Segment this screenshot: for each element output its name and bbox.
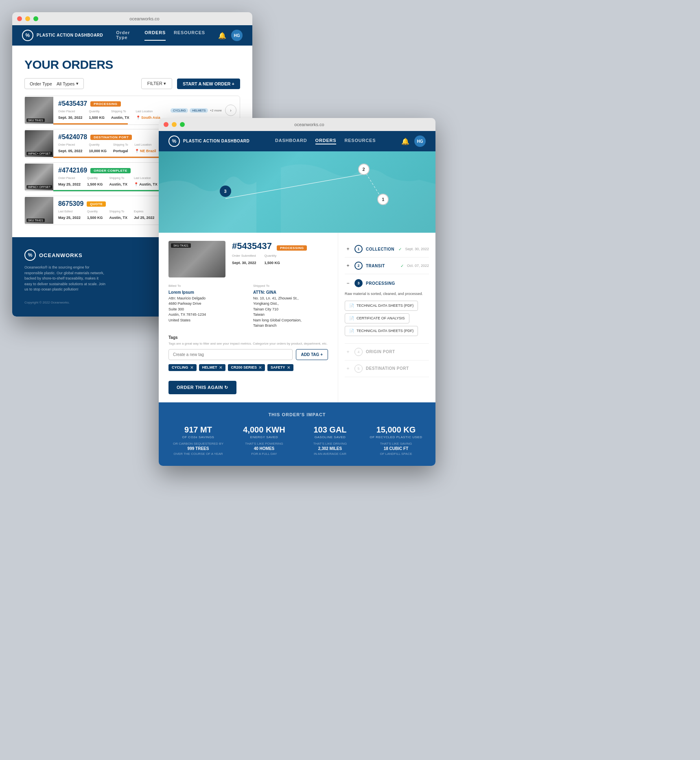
step-number-3: 3 — [354, 279, 363, 287]
nav-links-2: DASHBOARD ORDERS RESOURCES — [262, 138, 388, 144]
logo-icon-2: % — [168, 135, 180, 147]
tracking-step-collection[interactable]: + 1 COLLECTION ✓ Sept. 30, 2022 — [345, 241, 429, 258]
tag-input-row: ADD TAG + — [168, 349, 328, 360]
filter-button[interactable]: FILTER ▾ — [141, 78, 172, 89]
document-icon: 📄 — [349, 329, 354, 333]
collapse-icon[interactable]: − — [345, 280, 351, 286]
map-node-3: 3 — [220, 186, 231, 197]
plastic-unit: OF RECYCLED PLASTIC USED — [366, 435, 426, 439]
nav-orders[interactable]: ORDERS — [144, 30, 166, 41]
detail-sku-label: SKU TK421 — [171, 243, 191, 248]
impact-title: THIS ORDER'S IMPACT — [168, 412, 426, 417]
step-number-5: 5 — [354, 365, 363, 373]
chevron-down-icon: ▾ — [76, 81, 79, 86]
document-icon: 📄 — [349, 304, 354, 308]
minimize-button[interactable] — [172, 122, 177, 127]
sku-label: SKU TK421 — [26, 118, 45, 122]
tracking-expanded-header: − 3 PROCESSING — [345, 279, 429, 287]
order-type-select[interactable]: Order Type All Types ▾ — [24, 78, 84, 89]
impact-energy: 4,000 KWH ENERGY SAVED THAT'S LIKE POWER… — [234, 425, 294, 456]
logo-2: % PLASTIC ACTION DASHBOARD — [168, 135, 249, 147]
logo-text: PLASTIC ACTION DASHBOARD — [37, 33, 103, 38]
tag-chip: HELMETS — [190, 108, 208, 113]
tracking-step-origin-port[interactable]: + 4 ORIGIN PORT — [345, 344, 429, 360]
co2-sub: OR CARBON SEQUESTERED BY 999 TREES OVER … — [168, 441, 228, 456]
remove-tag-icon[interactable]: ✕ — [190, 365, 193, 370]
tag-chip-safety[interactable]: SAFETY ✕ — [267, 364, 293, 371]
remove-tag-icon[interactable]: ✕ — [258, 365, 262, 370]
add-tag-button[interactable]: ADD TAG + — [296, 349, 328, 360]
more-tags: +2 more — [210, 109, 222, 112]
nav-dashboard-2[interactable]: DASHBOARD — [275, 138, 307, 144]
notification-bell-icon-2[interactable]: 🔔 — [401, 138, 409, 145]
nav-resources-2[interactable]: RESOURCES — [344, 138, 376, 144]
energy-unit: ENERGY SAVED — [234, 435, 294, 439]
window1-titlebar: oceanworks.co — [12, 12, 252, 25]
document-icon: 📄 — [349, 316, 354, 321]
order-shipping: Shipping To Austin, TX — [109, 210, 128, 221]
notification-bell-icon[interactable]: 🔔 — [218, 32, 226, 39]
expand-icon: + — [345, 246, 351, 252]
technical-data-sheet-button-2[interactable]: 📄 TECHNICAL DATA SHEETS (PDF) — [345, 326, 418, 336]
status-badge: QUOTE — [87, 201, 106, 207]
tag-chip-cr200[interactable]: CR200 SERIES ✕ — [228, 364, 265, 371]
remove-tag-icon[interactable]: ✕ — [287, 365, 290, 370]
start-new-order-button[interactable]: START A NEW ORDER + — [177, 79, 240, 89]
certificate-of-analysis-button[interactable]: 📄 CERTIFICATE OF ANALYSIS — [345, 313, 409, 323]
nav-resources[interactable]: RESOURCES — [174, 30, 205, 41]
order-id: #4742169 — [58, 167, 87, 174]
tag-input[interactable] — [168, 349, 293, 360]
tracking-step-transit[interactable]: + 2 TRANSIT ✓ Oct. 07, 2022 — [345, 258, 429, 274]
energy-value: 4,000 KWH — [234, 425, 294, 435]
map-node-2: 2 — [358, 164, 370, 175]
maximize-button[interactable] — [180, 122, 185, 127]
tags-chips-row: CYCLING ✕ HELMET ✕ CR200 SERIES ✕ SAFETY… — [168, 364, 328, 371]
check-icon: ✓ — [400, 264, 404, 268]
nav-dashboard[interactable]: Order Type — [116, 30, 136, 41]
expand-icon: + — [345, 365, 351, 372]
order-id: #5435437 — [58, 100, 87, 107]
detail-meta: Order Submitted Sept. 30, 2022 Quantity … — [232, 254, 328, 266]
step-number-4: 4 — [354, 348, 363, 356]
order-again-button[interactable]: ORDER THIS AGAIN ↻ — [168, 381, 236, 394]
order-thumbnail: IMPAC+ OFFSET — [25, 130, 53, 157]
impact-grid: 917 MT OF CO2e SAVINGS OR CARBON SEQUEST… — [168, 425, 426, 456]
user-avatar[interactable]: HG — [231, 30, 243, 41]
tag-chip-cycling[interactable]: CYCLING ✕ — [168, 364, 197, 371]
navbar-2: % PLASTIC ACTION DASHBOARD DASHBOARD ORD… — [159, 131, 435, 151]
step-name-processing: PROCESSING — [366, 281, 429, 286]
map-node-1: 1 — [377, 194, 389, 205]
tracking-step-destination-port[interactable]: + 5 DESTINATION PORT — [345, 360, 429, 377]
close-button[interactable] — [164, 122, 168, 127]
billing-shipping-section: Billed To Lorem Ipsum Attn: Mauricio Del… — [168, 284, 328, 329]
close-button[interactable] — [17, 16, 22, 21]
step-name-destination-port: DESTINATION PORT — [366, 366, 409, 371]
expand-icon: + — [345, 349, 351, 355]
remove-tag-icon[interactable]: ✕ — [219, 365, 222, 370]
order-location: Last Location 📍 Austin, TX — [134, 177, 158, 187]
logo-text-2: PLASTIC ACTION DASHBOARD — [183, 139, 249, 144]
maximize-button[interactable] — [33, 16, 38, 21]
nav-links: Order Type ORDERS RESOURCES — [116, 30, 205, 41]
user-avatar-2[interactable]: HG — [414, 135, 426, 147]
technical-data-sheet-button-1[interactable]: 📄 TECHNICAL DATA SHEETS (PDF) — [345, 301, 418, 311]
step-number-2: 2 — [354, 262, 363, 270]
order-detail-header: SKU TK421 #5435437 PROCESSING Order Subm… — [168, 241, 328, 277]
billing-address: Billed To Lorem Ipsum Attn: Mauricio Del… — [168, 284, 243, 329]
order-shipping: Shipping To Austin, TX — [111, 110, 129, 120]
logo: % PLASTIC ACTION DASHBOARD — [22, 30, 103, 41]
co2-value: 917 MT — [168, 425, 228, 435]
order-expires: Expires Jul 25, 2022 — [134, 210, 155, 221]
minimize-button[interactable] — [25, 16, 30, 21]
nav-orders-2[interactable]: ORDERS — [315, 138, 337, 144]
detail-order-id: #5435437 PROCESSING — [232, 241, 328, 251]
detail-quantity: Quantity 1,500 KG — [265, 254, 280, 266]
tag-chip-helmet[interactable]: HELMET ✕ — [199, 364, 225, 371]
order-quantity: Quantity 1,500 KG — [87, 177, 103, 187]
order-expand-icon[interactable]: › — [225, 105, 236, 116]
order-placed: Order Placed Sept. 05, 2022 — [58, 143, 83, 154]
window2-titlebar: oceanworks.co — [159, 118, 435, 131]
order-type-value: All Types — [57, 81, 74, 86]
order-quantity: Quantity 1,500 KG — [89, 110, 105, 120]
energy-homes: 40 HOMES — [234, 446, 294, 452]
